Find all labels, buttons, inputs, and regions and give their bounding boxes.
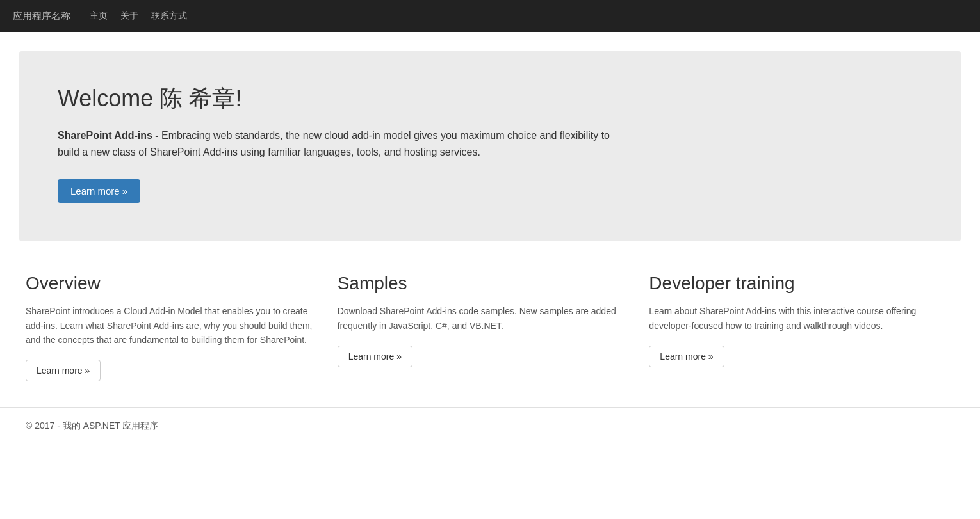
hero-title: Welcome 陈 希章! xyxy=(58,83,922,115)
nav-contact[interactable]: 联系方式 xyxy=(151,10,187,20)
dev-training-learn-more-button[interactable]: Learn more » xyxy=(649,346,724,367)
footer-text: © 2017 - 我的 ASP.NET 应用程序 xyxy=(26,420,158,431)
samples-learn-more-button[interactable]: Learn more » xyxy=(338,346,412,367)
samples-text: Download SharePoint Add-ins code samples… xyxy=(338,304,630,333)
hero-learn-more-button[interactable]: Learn more » xyxy=(58,179,140,203)
samples-title: Samples xyxy=(338,273,630,294)
samples-column: Samples Download SharePoint Add-ins code… xyxy=(338,273,649,381)
dev-training-title: Developer training xyxy=(649,273,942,294)
dev-training-column: Developer training Learn about SharePoin… xyxy=(649,273,961,381)
overview-learn-more-button[interactable]: Learn more » xyxy=(26,360,101,381)
navbar: 应用程序名称 主页 关于 联系方式 xyxy=(0,0,980,32)
columns-section: Overview SharePoint introduces a Cloud A… xyxy=(0,254,980,407)
overview-column: Overview SharePoint introduces a Cloud A… xyxy=(19,273,338,381)
dev-training-text: Learn about SharePoint Add-ins with this… xyxy=(649,304,942,333)
overview-title: Overview xyxy=(26,273,318,294)
navbar-links: 主页 关于 联系方式 xyxy=(90,10,187,22)
nav-home[interactable]: 主页 xyxy=(90,10,108,20)
footer: © 2017 - 我的 ASP.NET 应用程序 xyxy=(0,407,980,445)
nav-about[interactable]: 关于 xyxy=(120,10,138,20)
navbar-brand[interactable]: 应用程序名称 xyxy=(13,10,70,22)
hero-description: SharePoint Add-ins - Embracing web stand… xyxy=(58,127,634,160)
hero-description-bold: SharePoint Add-ins - xyxy=(58,130,159,141)
overview-text: SharePoint introduces a Cloud Add-in Mod… xyxy=(26,304,318,347)
hero-section: Welcome 陈 希章! SharePoint Add-ins - Embra… xyxy=(19,51,961,241)
